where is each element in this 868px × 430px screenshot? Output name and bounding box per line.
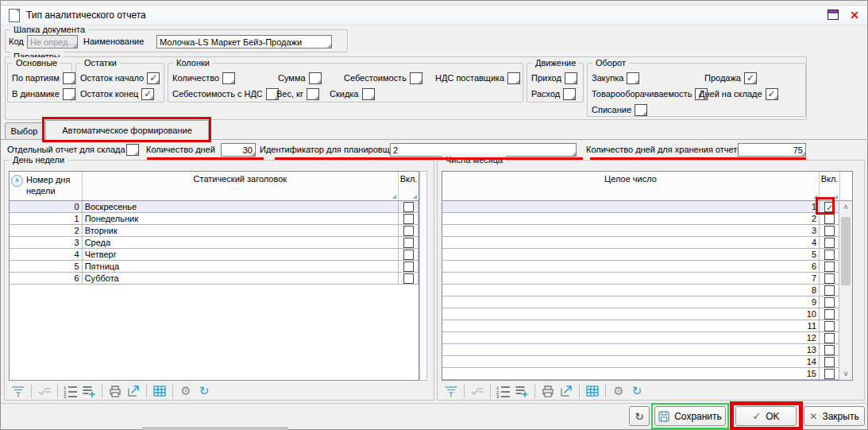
table-row[interactable]: 7 bbox=[442, 273, 852, 285]
refresh-icon[interactable]: ↻ bbox=[196, 383, 212, 399]
tab-auto-generation[interactable]: Автоматическое формирование bbox=[45, 120, 209, 140]
close-button[interactable]: ✕ Закрыть bbox=[804, 406, 865, 426]
add-to-list-icon[interactable] bbox=[514, 383, 530, 399]
table-row[interactable]: 13 bbox=[442, 344, 852, 356]
sort-ascending-icon[interactable]: ∧ bbox=[11, 175, 23, 187]
checkbox[interactable] bbox=[362, 88, 375, 100]
table-grid-icon[interactable] bbox=[152, 383, 168, 399]
checkbox[interactable] bbox=[627, 72, 639, 84]
checkbox[interactable] bbox=[141, 88, 154, 100]
checkbox[interactable] bbox=[635, 104, 647, 116]
table-row[interactable]: 6Суббота bbox=[10, 273, 419, 285]
table-row[interactable]: 9 bbox=[442, 296, 852, 308]
table-row[interactable]: 8 bbox=[442, 285, 852, 296]
row-checkbox[interactable] bbox=[824, 357, 835, 367]
row-checkbox[interactable] bbox=[403, 226, 414, 236]
table-row[interactable]: 15 bbox=[442, 368, 852, 380]
table-row[interactable]: 1 bbox=[442, 201, 852, 213]
row-checkbox[interactable] bbox=[824, 202, 835, 212]
checkbox[interactable] bbox=[309, 72, 322, 84]
filter-icon[interactable] bbox=[10, 383, 26, 399]
weekday-scrollbar-track[interactable] bbox=[419, 171, 427, 381]
row-checkbox[interactable] bbox=[403, 214, 414, 224]
row-checkbox[interactable] bbox=[824, 261, 835, 272]
row-checkbox[interactable] bbox=[824, 333, 835, 343]
row-checkbox[interactable] bbox=[403, 261, 414, 272]
refresh-button[interactable]: ↻ bbox=[629, 406, 650, 426]
checkbox[interactable] bbox=[507, 72, 520, 84]
row-checkbox[interactable] bbox=[824, 345, 835, 355]
name-input[interactable]: Молочка-LS Маркет Бейз-Продажи bbox=[156, 35, 332, 48]
checkbox[interactable] bbox=[307, 88, 319, 100]
table-row[interactable]: 1Понедельник bbox=[10, 213, 419, 225]
vertical-scrollbar[interactable]: ∧ ∨ bbox=[839, 201, 852, 381]
checkbox[interactable] bbox=[63, 72, 75, 84]
checkbox[interactable] bbox=[563, 88, 576, 100]
table-row[interactable]: 4Четверг bbox=[10, 249, 419, 261]
table-row[interactable]: 16 bbox=[442, 380, 852, 381]
weekday-incl-header[interactable]: Вкл. bbox=[399, 172, 419, 200]
ok-button[interactable]: ✓ OK bbox=[735, 406, 797, 426]
row-checkbox[interactable] bbox=[824, 309, 835, 320]
row-checkbox[interactable] bbox=[824, 238, 835, 248]
print-icon[interactable] bbox=[540, 383, 556, 399]
table-row[interactable]: 10 bbox=[442, 308, 852, 320]
checkbox[interactable] bbox=[744, 72, 757, 84]
row-checkbox[interactable] bbox=[403, 273, 414, 284]
table-row[interactable]: 5Пятница bbox=[10, 261, 419, 273]
table-row[interactable]: 2Вторник bbox=[10, 225, 419, 237]
table-row[interactable]: 14 bbox=[442, 356, 852, 368]
validate-icon[interactable] bbox=[37, 383, 52, 399]
close-window-icon[interactable]: ✕ bbox=[850, 10, 859, 21]
table-row[interactable]: 4 bbox=[442, 237, 852, 249]
refresh-icon[interactable]: ↻ bbox=[629, 383, 645, 399]
row-checkbox[interactable] bbox=[824, 226, 835, 236]
scroll-up-arrow[interactable]: ∧ bbox=[839, 201, 852, 214]
row-checkbox[interactable] bbox=[403, 202, 414, 212]
weekday-title-header[interactable]: Статический заголовок bbox=[83, 172, 399, 200]
checkbox[interactable] bbox=[766, 88, 778, 100]
row-checkbox[interactable] bbox=[824, 297, 835, 308]
table-row[interactable]: 3Среда bbox=[10, 237, 419, 249]
weekday-num-header[interactable]: ∧ Номер дня недели bbox=[10, 172, 83, 200]
checkbox[interactable] bbox=[222, 72, 235, 84]
filter-icon[interactable] bbox=[443, 383, 459, 399]
table-row[interactable]: 2 bbox=[442, 213, 852, 225]
row-checkbox[interactable] bbox=[824, 214, 835, 224]
table-row[interactable]: 0Воскресенье bbox=[10, 201, 419, 213]
table-row[interactable]: 12 bbox=[442, 332, 852, 344]
checkbox[interactable] bbox=[147, 72, 160, 84]
retention-days-input[interactable]: 75 bbox=[738, 143, 806, 157]
monthday-incl-header[interactable]: Вкл. bbox=[820, 172, 840, 200]
days-count-input[interactable]: 30 bbox=[221, 143, 256, 157]
table-grid-icon[interactable] bbox=[584, 383, 600, 399]
export-icon[interactable] bbox=[558, 383, 574, 399]
add-to-list-icon[interactable] bbox=[81, 383, 97, 399]
row-checkbox[interactable] bbox=[824, 250, 835, 260]
row-checkbox[interactable] bbox=[403, 250, 414, 260]
row-checkbox[interactable] bbox=[824, 285, 835, 296]
checkbox[interactable] bbox=[63, 88, 75, 100]
table-row[interactable]: 3 bbox=[442, 225, 852, 237]
settings-gear-icon[interactable]: ⚙ bbox=[178, 383, 194, 399]
scroll-thumb[interactable] bbox=[841, 217, 851, 285]
table-row[interactable]: 11 bbox=[442, 320, 852, 332]
row-checkbox[interactable] bbox=[824, 273, 835, 284]
separate-warehouse-checkbox[interactable] bbox=[126, 144, 139, 156]
tab-selection[interactable]: Выбор bbox=[5, 122, 44, 139]
settings-gear-icon[interactable]: ⚙ bbox=[611, 383, 627, 399]
row-checkbox[interactable] bbox=[824, 369, 835, 379]
numbered-list-icon[interactable]: 123 bbox=[63, 383, 79, 399]
row-checkbox[interactable] bbox=[403, 238, 414, 248]
restore-window-icon[interactable] bbox=[827, 10, 839, 21]
table-row[interactable]: 6 bbox=[442, 261, 852, 273]
checkbox[interactable] bbox=[410, 72, 422, 84]
validate-icon[interactable] bbox=[469, 383, 485, 399]
save-button[interactable]: Сохранить bbox=[654, 406, 726, 426]
table-row[interactable]: 5 bbox=[442, 249, 852, 261]
monthday-num-header[interactable]: Целое число bbox=[442, 172, 820, 200]
export-icon[interactable] bbox=[125, 383, 141, 399]
row-checkbox[interactable] bbox=[824, 321, 835, 331]
numbered-list-icon[interactable]: 123 bbox=[496, 383, 511, 399]
checkbox[interactable] bbox=[565, 72, 577, 84]
